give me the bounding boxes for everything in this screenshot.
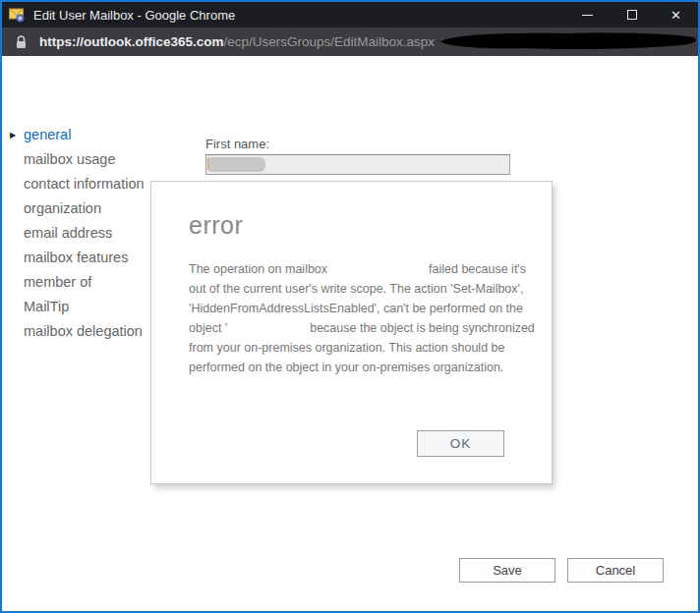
window-title: Edit User Mailbox - Google Chrome [33,8,235,23]
error-dialog-title: error [189,211,243,240]
url-path: /ecp/UsersGroups/EditMailbox.aspx [224,34,436,49]
sidebar-item-mailbox-delegation[interactable]: mailbox delegation [10,319,167,344]
sidebar-item-label: mailbox features [24,250,128,265]
url-text: https://outlook.office365.com/ecp/UsersG… [39,34,435,49]
maximize-button[interactable] [610,2,654,28]
title-bar: Edit User Mailbox - Google Chrome ✕ [2,2,698,28]
sidebar-item-organization[interactable]: organization [10,196,167,221]
selected-arrow-icon: ▶ [10,123,16,147]
sidebar-item-label: member of [24,274,91,290]
maximize-icon [627,10,637,20]
sidebar-item-label: MailTip [24,299,69,314]
error-dialog: error The operation on mailbox failed be… [150,181,553,484]
minimize-button[interactable] [565,2,610,28]
url-domain: https://outlook.office365.com [39,34,224,49]
window-controls: ✕ [565,2,698,28]
sidebar-item-label: organization [24,200,101,216]
error-message: The operation on mailbox failed because … [189,259,535,377]
redacted-object-name [231,331,307,332]
error-message-part3: because the object is being synchronized… [189,321,535,374]
browser-window: Edit User Mailbox - Google Chrome ✕ http… [0,0,700,613]
first-name-label: First name: [205,137,269,151]
sidebar-item-mailbox-features[interactable]: mailbox features [10,246,167,270]
redaction-scribble [437,31,700,51]
cancel-button[interactable]: Cancel [567,558,664,583]
close-button[interactable]: ✕ [654,2,698,28]
redacted-mailbox-name [331,272,426,273]
sidebar-item-label: email address [24,225,112,241]
sidebar-item-mailtip[interactable]: MailTip [10,295,167,319]
save-button[interactable]: Save [459,558,555,583]
sidebar-item-label: contact information [24,176,145,192]
redacted-first-name [208,157,265,172]
sidebar-nav: ▶generalmailbox usagecontact information… [10,123,167,344]
ok-button[interactable]: OK [417,430,504,457]
sidebar-item-email-address[interactable]: email address [10,221,167,246]
sidebar-item-label: mailbox usage [24,151,116,167]
page-content: ▶generalmailbox usagecontact information… [2,56,698,611]
sidebar-item-label: general [24,127,71,142]
sidebar-item-general[interactable]: ▶general [10,123,167,147]
sidebar-item-member-of[interactable]: member of [10,270,167,295]
first-name-input[interactable] [205,154,510,175]
minimize-icon [582,15,593,16]
sidebar-item-label: mailbox delegation [24,323,143,339]
error-message-part1: The operation on mailbox [189,262,327,276]
mailbox-favicon-icon [9,8,26,23]
sidebar-item-contact-information[interactable]: contact information [10,172,167,196]
sidebar-item-mailbox-usage[interactable]: mailbox usage [10,147,167,172]
close-icon: ✕ [671,9,681,22]
address-bar[interactable]: https://outlook.office365.com/ecp/UsersG… [2,28,698,56]
lock-icon[interactable] [16,35,27,49]
